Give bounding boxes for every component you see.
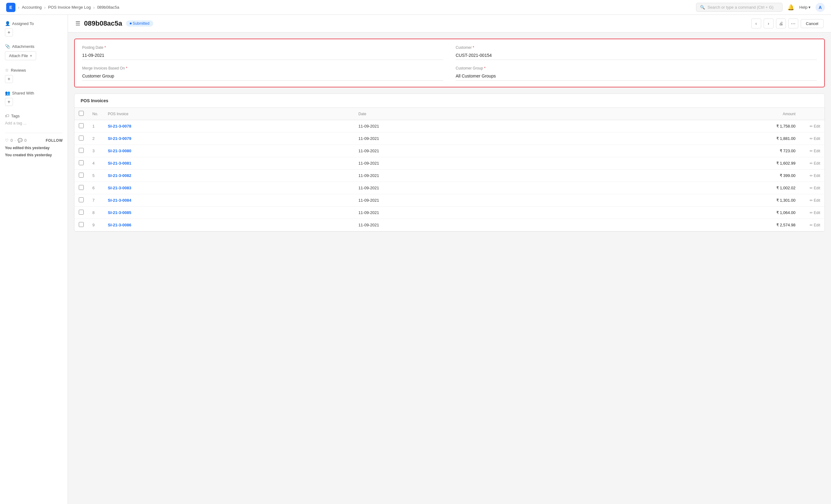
- row-checkbox[interactable]: [79, 148, 84, 153]
- table-row: 7 SI-21-3-0084 11-09-2021 ₹ 1,301.00 ✏ E…: [75, 194, 825, 207]
- cancel-button[interactable]: Cancel: [801, 19, 824, 28]
- app-logo[interactable]: E: [6, 3, 16, 12]
- breadcrumb-pos-invoice-merge-log[interactable]: POS Invoice Merge Log: [48, 5, 91, 9]
- reviews-add-button[interactable]: +: [5, 75, 13, 83]
- row-no: 7: [88, 194, 104, 207]
- print-button[interactable]: 🖨: [776, 19, 786, 28]
- shared-with-add-button[interactable]: +: [5, 98, 13, 106]
- sep3: ›: [93, 5, 95, 10]
- comment-icon: 💬: [18, 138, 23, 143]
- next-button[interactable]: ›: [764, 19, 774, 28]
- breadcrumb-accounting[interactable]: Accounting: [22, 5, 42, 9]
- col-date: Date: [354, 108, 582, 120]
- page-header: ☰ 089b08ac5a Submitted ‹ › 🖨 ··· Cancel: [68, 15, 831, 32]
- row-checkbox[interactable]: [79, 197, 84, 202]
- posting-date-value[interactable]: 11-09-2021: [82, 51, 443, 60]
- customer-value[interactable]: CUST-2021-00154: [456, 51, 817, 60]
- row-invoice[interactable]: SI-21-3-0085: [104, 207, 354, 219]
- row-checkbox[interactable]: [79, 173, 84, 178]
- row-checkbox[interactable]: [79, 123, 84, 128]
- activity-text-1: edited this yesterday: [13, 146, 50, 150]
- table-row: 6 SI-21-3-0083 11-09-2021 ₹ 1,002.02 ✏ E…: [75, 182, 825, 194]
- row-date: 11-09-2021: [354, 219, 582, 231]
- row-invoice[interactable]: SI-21-3-0079: [104, 132, 354, 145]
- activity-author-2: You: [5, 153, 12, 157]
- select-all-checkbox[interactable]: [79, 111, 84, 116]
- add-tag-input[interactable]: Add a tag ...: [5, 121, 63, 125]
- follow-button[interactable]: FOLLOW: [46, 138, 63, 143]
- row-invoice[interactable]: SI-21-3-0084: [104, 194, 354, 207]
- help-button[interactable]: Help ▾: [799, 5, 811, 9]
- required-star-2: *: [472, 46, 474, 50]
- row-amount: ₹ 1,064.00: [582, 207, 800, 219]
- more-options-button[interactable]: ···: [789, 19, 798, 28]
- row-invoice[interactable]: SI-21-3-0080: [104, 145, 354, 157]
- reviews-title: ☆ Reviews: [5, 68, 63, 72]
- top-nav-right: 🔍 Search or type a command (Ctrl + G) 🔔 …: [696, 3, 825, 12]
- search-bar[interactable]: 🔍 Search or type a command (Ctrl + G): [696, 3, 782, 12]
- assigned-to-add-button[interactable]: +: [5, 28, 13, 36]
- row-edit-button[interactable]: ✏ Edit: [800, 219, 825, 231]
- status-badge: Submitted: [126, 20, 153, 27]
- row-invoice[interactable]: SI-21-3-0083: [104, 182, 354, 194]
- row-date: 11-09-2021: [354, 120, 582, 132]
- row-checkbox[interactable]: [79, 222, 84, 227]
- row-date: 11-09-2021: [354, 132, 582, 145]
- main-content: ☰ 089b08ac5a Submitted ‹ › 🖨 ··· Cancel: [68, 15, 831, 504]
- shared-with-title: 👥 Shared With: [5, 90, 63, 95]
- row-amount: ₹ 399.00: [582, 170, 800, 182]
- col-pos-invoice: POS Invoice: [104, 108, 354, 120]
- attach-file-button[interactable]: Attach File +: [5, 51, 36, 60]
- status-dot: [130, 23, 132, 24]
- user-icon: 👤: [5, 21, 10, 26]
- row-amount: ₹ 2,574.98: [582, 219, 800, 231]
- required-star-3: *: [126, 66, 127, 70]
- comments-count: 0: [24, 138, 27, 143]
- row-edit-button[interactable]: ✏ Edit: [800, 157, 825, 170]
- activity-text-2: created this yesterday: [13, 153, 52, 157]
- row-edit-button[interactable]: ✏ Edit: [800, 132, 825, 145]
- chevron-down-icon: ▾: [808, 5, 811, 9]
- required-star-4: *: [484, 66, 486, 70]
- customer-group-label: Customer Group *: [456, 66, 817, 70]
- row-checkbox[interactable]: [79, 185, 84, 190]
- page-header-left: ☰ 089b08ac5a Submitted: [76, 20, 153, 28]
- row-edit-button[interactable]: ✏ Edit: [800, 194, 825, 207]
- customer-label: Customer *: [456, 46, 817, 50]
- table-row: 5 SI-21-3-0082 11-09-2021 ₹ 399.00 ✏ Edi…: [75, 170, 825, 182]
- form-grid: Posting Date * 11-09-2021 Customer * CUS…: [82, 46, 817, 81]
- likes-count: 0: [10, 138, 13, 143]
- prev-button[interactable]: ‹: [751, 19, 761, 28]
- row-date: 11-09-2021: [354, 182, 582, 194]
- row-invoice[interactable]: SI-21-3-0081: [104, 157, 354, 170]
- row-checkbox[interactable]: [79, 136, 84, 141]
- attachments-title: 📎 Attachments: [5, 44, 63, 49]
- row-invoice[interactable]: SI-21-3-0082: [104, 170, 354, 182]
- row-invoice[interactable]: SI-21-3-0078: [104, 120, 354, 132]
- col-amount: Amount: [582, 108, 800, 120]
- reviews-section: ☆ Reviews +: [5, 68, 63, 83]
- row-edit-button[interactable]: ✏ Edit: [800, 182, 825, 194]
- merge-invoices-value[interactable]: Customer Group: [82, 72, 443, 81]
- table-row: 4 SI-21-3-0081 11-09-2021 ₹ 1,602.99 ✏ E…: [75, 157, 825, 170]
- merge-invoices-field: Merge Invoices Based On * Customer Group: [82, 66, 443, 81]
- row-edit-button[interactable]: ✏ Edit: [800, 170, 825, 182]
- row-checkbox[interactable]: [79, 210, 84, 215]
- search-placeholder: Search or type a command (Ctrl + G): [708, 5, 774, 9]
- row-checkbox[interactable]: [79, 160, 84, 165]
- row-invoice[interactable]: SI-21-3-0086: [104, 219, 354, 231]
- customer-group-value[interactable]: All Customer Groups: [456, 72, 817, 81]
- notifications-icon[interactable]: 🔔: [787, 4, 794, 11]
- posting-date-field: Posting Date * 11-09-2021: [82, 46, 443, 60]
- row-edit-button[interactable]: ✏ Edit: [800, 145, 825, 157]
- posting-date-label: Posting Date *: [82, 46, 443, 50]
- sidebar-divider: [5, 133, 63, 133]
- tag-icon: 🏷: [5, 113, 9, 118]
- avatar[interactable]: A: [815, 3, 825, 12]
- row-edit-button[interactable]: ✏ Edit: [800, 207, 825, 219]
- sep2: ›: [44, 5, 46, 10]
- hamburger-icon[interactable]: ☰: [76, 20, 80, 27]
- breadcrumb-current[interactable]: 089b08ac5a: [97, 5, 119, 9]
- row-edit-button[interactable]: ✏ Edit: [800, 120, 825, 132]
- pos-invoices-table: No. POS Invoice Date Amount 1 SI-21-3-00…: [75, 108, 825, 231]
